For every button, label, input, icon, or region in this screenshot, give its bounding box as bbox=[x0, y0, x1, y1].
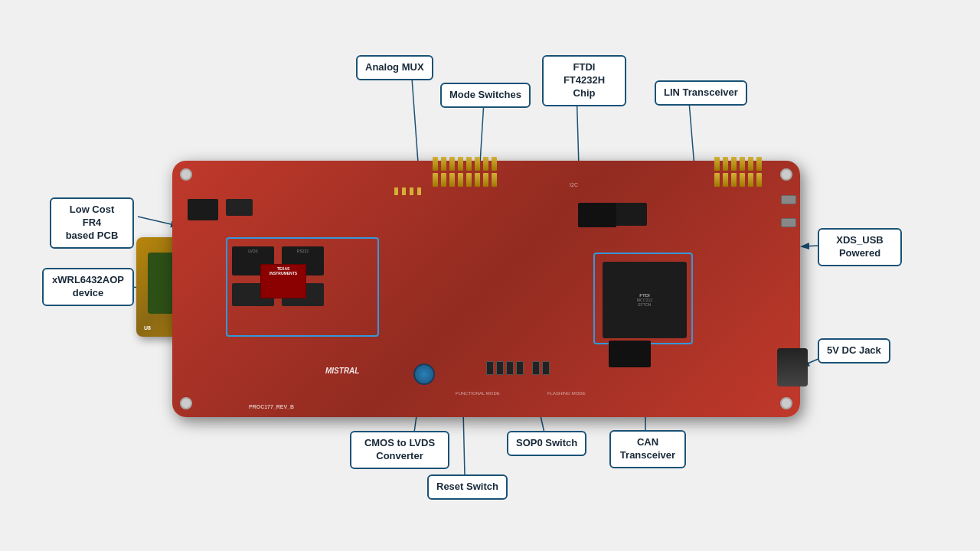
mounting-hole-br bbox=[780, 397, 792, 409]
mounting-hole-tl bbox=[180, 168, 192, 181]
annotation-xwrl: xWRL6432AOPdevice bbox=[42, 268, 134, 306]
component-r1 bbox=[394, 187, 398, 195]
annotation-analog-mux: Analog MUX bbox=[356, 55, 433, 80]
mode-switch-row bbox=[486, 361, 524, 375]
board-label: PROC177_REV_B bbox=[249, 404, 294, 409]
svg-line-9 bbox=[463, 409, 465, 476]
annotation-can: CANTransceiver bbox=[609, 430, 686, 468]
i2c-label: I2C bbox=[570, 182, 578, 187]
mistral-logo: MISTRAL bbox=[325, 367, 359, 375]
annotation-xds-usb: XDS_USBPowered bbox=[818, 228, 902, 266]
annotation-sop0: SOP0 Switch bbox=[507, 431, 586, 456]
usb-port-top bbox=[781, 195, 796, 204]
mounting-hole-tr bbox=[780, 168, 792, 181]
annotation-cmos-lvds: CMOS to LVDSConverter bbox=[350, 431, 449, 469]
annotation-low-cost-pcb: Low Cost FR4based PCB bbox=[50, 197, 134, 249]
dc-jack bbox=[777, 348, 808, 386]
lin-chip bbox=[578, 203, 616, 227]
reset-button[interactable] bbox=[413, 364, 435, 385]
spi-header bbox=[433, 157, 497, 187]
annotation-mode-switches: Mode Switches bbox=[440, 83, 531, 108]
ftdi-chip-body: FTDI MCI7212 EFTON bbox=[603, 262, 687, 338]
ti-logo-area: TEXASINSTRUMENTS bbox=[260, 264, 306, 298]
flashing-mode-label: FLASHING MODE bbox=[547, 391, 586, 396]
annotation-lin: LIN Transceiver bbox=[655, 80, 747, 106]
component-r4 bbox=[417, 187, 421, 195]
annotation-reset: Reset Switch bbox=[427, 474, 508, 500]
usb-port-middle bbox=[781, 218, 796, 227]
annotation-ftdi: FTDI FT4232HChip bbox=[542, 55, 626, 106]
small-chip-2 bbox=[226, 199, 253, 216]
right-pin-header bbox=[714, 157, 762, 187]
small-chip-3 bbox=[612, 203, 647, 226]
functional-mode-label: FUNCTIONAL MODE bbox=[456, 391, 500, 396]
mounting-hole-bl bbox=[180, 397, 192, 409]
sop0-switch-row bbox=[532, 361, 550, 375]
small-chip-1 bbox=[188, 199, 218, 220]
component-r3 bbox=[410, 187, 413, 195]
annotation-5v-dc: 5V DC Jack bbox=[818, 338, 890, 364]
component-r2 bbox=[402, 187, 406, 195]
main-pcb-board: LVDS RS232 FTDI MCI7212 EFTON TEXASINSTR… bbox=[172, 161, 800, 417]
can-chip bbox=[609, 341, 651, 367]
